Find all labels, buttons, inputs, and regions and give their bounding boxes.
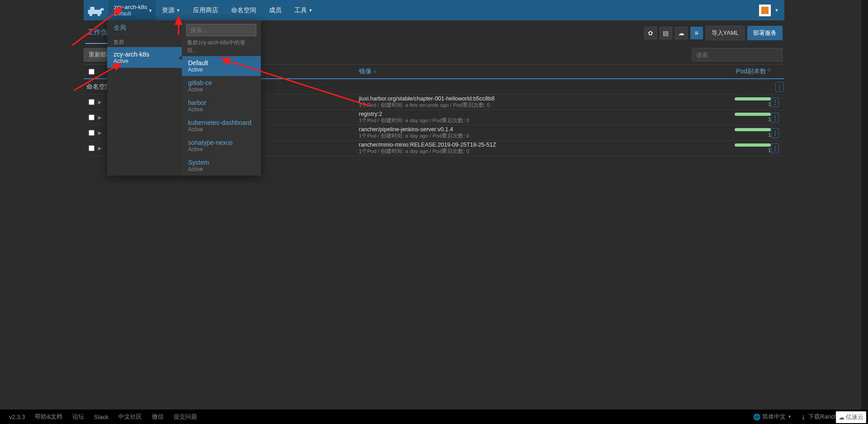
svg-rect-0: [88, 10, 101, 14]
svg-rect-4: [100, 8, 104, 10]
chevron-down-icon: ▼: [176, 8, 180, 13]
top-nav: zcy-arch-k8s Default ▼ 资源▼ 应用商店 命名空间 成员 …: [84, 0, 784, 20]
nav-app-store[interactable]: 应用商店: [187, 0, 225, 20]
dropdown-projects-column: 集群zcy-arch-k8s中的项目。 DefaultActive gitlab…: [182, 20, 261, 176]
svg-point-2: [89, 13, 92, 16]
rancher-logo[interactable]: [84, 0, 108, 20]
svg-rect-1: [90, 7, 94, 10]
watermark: ☁亿速云: [836, 411, 866, 423]
footer-link[interactable]: 帮助&文档: [35, 413, 62, 421]
col-image[interactable]: 镜像◇: [359, 67, 726, 76]
col-pods[interactable]: Pod副本数◇: [726, 67, 771, 76]
deploy-button[interactable]: 部署服务: [747, 26, 783, 40]
dropdown-clusters-column: 全局 集群 zcy-arch-k8s Active: [107, 20, 182, 176]
user-avatar[interactable]: [759, 5, 771, 16]
nav-links: 资源▼ 应用商店 命名空间 成员 工具▼: [156, 0, 319, 20]
dropdown-project-item[interactable]: SystemActive: [182, 156, 261, 176]
footer-link[interactable]: 提交问题: [174, 413, 197, 421]
row-menu-button[interactable]: ⋮: [771, 128, 779, 138]
chevron-down-icon[interactable]: ▼: [774, 8, 779, 13]
download-icon: ⭳: [801, 414, 807, 420]
row-image: jiuxi.harbor.org/stable/chapter-001-hell…: [359, 95, 726, 102]
row-meta: 1个Pod / 创建时间: a few seconds ago / Pod重启次…: [359, 102, 726, 109]
nav-right: ▼: [759, 5, 784, 16]
import-yaml-button[interactable]: 导入YAML: [706, 26, 745, 40]
nav-resources[interactable]: 资源▼: [156, 0, 187, 20]
dropdown-section-label: 集群: [107, 36, 182, 47]
row-checkbox[interactable]: [89, 99, 94, 105]
dropdown-hint: 集群zcy-arch-k8s中的项目。: [182, 39, 261, 56]
row-checkbox[interactable]: [89, 130, 94, 136]
nav-members[interactable]: 成员: [263, 0, 288, 20]
row-menu-button[interactable]: ⋮: [775, 82, 783, 92]
version-label: v2.3.3: [9, 414, 25, 420]
search-input[interactable]: [692, 48, 783, 62]
view-icon-grouped[interactable]: ≡: [690, 27, 703, 39]
dropdown-cluster-item[interactable]: zcy-arch-k8s Active: [107, 47, 182, 68]
view-icon-cloud[interactable]: ☁: [675, 27, 688, 39]
dropdown-project-item[interactable]: harborActive: [182, 96, 261, 116]
row-image: registry:2: [359, 111, 726, 118]
pod-bar: [735, 128, 771, 131]
dropdown-project-item[interactable]: sonatype-nexusActive: [182, 136, 261, 156]
row-meta: 1个Pod / 创建时间: a day ago / Pod重启次数: 0: [359, 133, 726, 139]
pod-bar: [735, 113, 771, 116]
scrollbar-track[interactable]: [861, 0, 868, 424]
globe-icon: 🌐: [753, 414, 760, 420]
cluster-project-dropdown: 全局 集群 zcy-arch-k8s Active 集群zcy-arch-k8s…: [107, 20, 261, 176]
dropdown-project-item[interactable]: DefaultActive: [182, 56, 261, 76]
footer: v2.3.3 帮助&文档 论坛 Slack 中文社区 微信 提交问题 🌐简体中文…: [0, 410, 868, 424]
chevron-down-icon: ▼: [788, 414, 792, 419]
nav-namespaces[interactable]: 命名空间: [225, 0, 263, 20]
row-meta: 1个Pod / 创建时间: a day ago / Pod重启次数: 0: [359, 118, 726, 124]
row-meta: 1个Pod / 创建时间: a day ago / Pod重启次数: 0: [359, 148, 726, 155]
footer-link[interactable]: 中文社区: [118, 413, 142, 421]
svg-point-3: [97, 13, 100, 16]
footer-link[interactable]: 微信: [152, 413, 164, 421]
row-menu-button[interactable]: ⋮: [771, 143, 779, 153]
row-checkbox[interactable]: [89, 145, 94, 151]
select-all-checkbox[interactable]: [89, 69, 94, 75]
row-menu-button[interactable]: ⋮: [771, 97, 779, 107]
chevron-down-icon: ▼: [309, 8, 313, 13]
sort-icon: ◇: [768, 67, 771, 76]
pod-bar: [735, 143, 771, 147]
cloud-icon: ☁: [839, 414, 844, 421]
cluster-project-selector[interactable]: zcy-arch-k8s Default ▼: [108, 0, 156, 20]
row-image: rancher/minio-minio:RELEASE.2019-09-25T1…: [359, 142, 726, 148]
nav-tools[interactable]: 工具▼: [288, 0, 319, 20]
view-actions: ✿ ▤ ☁ ≡ 导入YAML 部署服务: [644, 26, 783, 40]
footer-link[interactable]: Slack: [94, 414, 108, 420]
dropdown-global[interactable]: 全局: [107, 20, 182, 36]
dropdown-project-item[interactable]: kubernetes-dashboardActive: [182, 116, 261, 136]
sort-icon: ◇: [373, 69, 376, 74]
row-checkbox[interactable]: [89, 114, 94, 120]
row-menu-button[interactable]: ⋮: [771, 113, 779, 123]
view-icon-list[interactable]: ▤: [660, 27, 672, 39]
row-image: rancher/pipeline-jenkins-server:v0.1.4: [359, 126, 726, 133]
pod-bar: [735, 97, 771, 100]
language-selector[interactable]: 🌐简体中文▼: [753, 413, 792, 421]
footer-link[interactable]: 论坛: [72, 413, 84, 421]
cluster-name: zcy-arch-k8s: [114, 4, 147, 11]
dropdown-search-input[interactable]: [186, 24, 256, 36]
project-name: Default: [114, 10, 147, 17]
chevron-down-icon: ▼: [148, 8, 153, 13]
dropdown-project-item[interactable]: gitlab-ceActive: [182, 76, 261, 96]
view-icon-1[interactable]: ✿: [644, 27, 657, 39]
